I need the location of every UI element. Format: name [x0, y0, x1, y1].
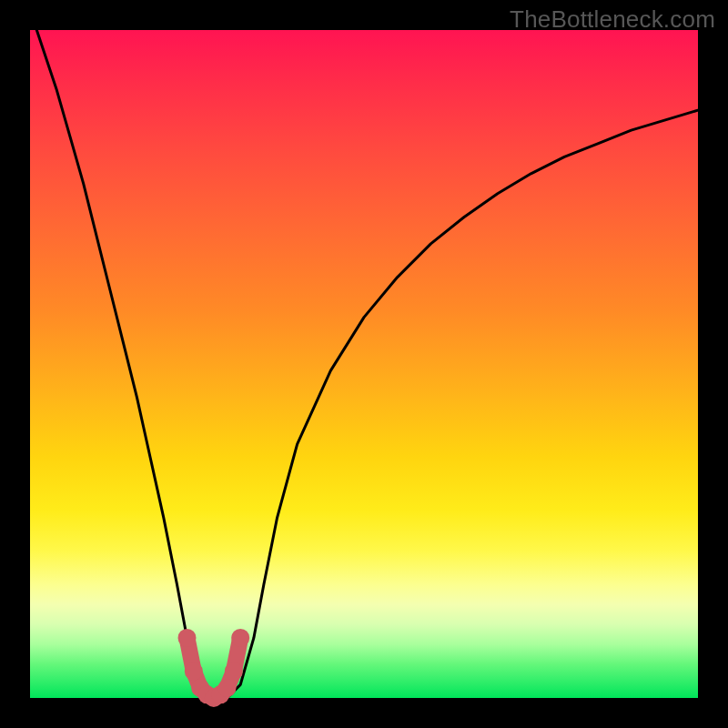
curve-svg [30, 30, 698, 698]
minimum-marker [231, 629, 249, 647]
bottleneck-curve [30, 10, 698, 698]
minimum-marker [185, 662, 203, 681]
minimum-marker [218, 679, 237, 697]
watermark-text: TheBottleneck.com [510, 5, 715, 34]
minimum-marker [225, 662, 243, 681]
curve-layer [30, 10, 698, 698]
chart-frame: TheBottleneck.com [0, 0, 728, 728]
plot-area [30, 30, 698, 698]
marker-layer [177, 629, 249, 707]
minimum-marker [177, 629, 196, 647]
